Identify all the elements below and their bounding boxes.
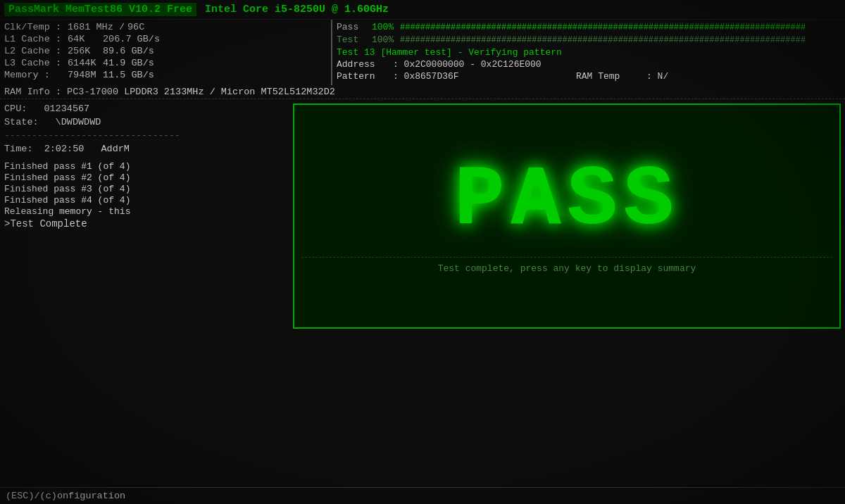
cpu-label: CPU:: [4, 103, 27, 114]
memory-row: Memory : 7948M 11.5 GB/s: [4, 70, 327, 80]
info-section: Clk/Temp : 1681 MHz / 96C L1 Cache : 64K…: [0, 20, 845, 85]
log-pass1: Finished pass #1 (of 4): [4, 161, 286, 172]
pass-panel: PASS Test complete, press any key to dis…: [293, 103, 841, 329]
l1-row: L1 Cache : 64K 206.7 GB/s: [4, 34, 327, 44]
ram-info-row: RAM Info : PC3-17000 LPDDR3 2133MHz / Mi…: [0, 85, 845, 99]
pattern-label: Pattern: [337, 71, 393, 82]
header-bar: PassMark MemTest86 V10.2 Free Intel Core…: [0, 0, 845, 20]
pass-bar: ########################################…: [400, 23, 806, 32]
test-label: Test: [337, 34, 372, 45]
log-pass4: Finished pass #4 (of 4): [4, 195, 286, 206]
pass-label: Pass: [337, 22, 372, 32]
address-label: Address: [337, 59, 393, 70]
time-value: 2:02:50: [44, 144, 84, 154]
address-value: : 0x2C0000000 - 0x2C126E000: [393, 59, 542, 70]
l3-value: 6144K: [68, 58, 103, 68]
memory-speed: 11.5 GB/s: [103, 70, 154, 80]
cpu-info: Intel Core i5-8250U @ 1.60GHz: [196, 3, 397, 16]
pattern-row: Pattern : 0x8657D36F RAM Temp : N/: [337, 71, 841, 82]
footer-text: (ESC)/(c)onfiguration: [6, 491, 125, 501]
l2-value: 256K: [68, 46, 103, 56]
info-right: Pass 100% ##############################…: [331, 20, 845, 85]
test-line: Test 13 [Hammer test] - Verifying patter…: [337, 47, 562, 58]
l2-speed: 89.6 GB/s: [103, 46, 154, 56]
memory-label: Memory :: [4, 70, 68, 80]
clk-label: Clk/Temp :: [4, 22, 68, 32]
pass-progress-row: Pass 100% ##############################…: [337, 22, 841, 32]
time-addr: AddrM: [101, 144, 130, 154]
test-pct: 100%: [372, 34, 400, 45]
log-pass3: Finished pass #3 (of 4): [4, 184, 286, 194]
state-row: State: \DWDWDWD: [4, 117, 286, 127]
dashes: --------------------------------: [4, 130, 286, 141]
clk-value: 1681 MHz /: [68, 22, 125, 32]
left-panel: CPU: 01234567 State: \DWDWDWD ----------…: [4, 103, 286, 329]
l2-row: L2 Cache : 256K 89.6 GB/s: [4, 46, 327, 56]
info-left: Clk/Temp : 1681 MHz / 96C L1 Cache : 64K…: [0, 20, 331, 85]
pass-pct: 100%: [372, 22, 400, 32]
l1-speed: 206.7 GB/s: [103, 34, 160, 44]
time-row: Time: 2:02:50 AddrM: [4, 144, 286, 154]
l3-label: L3 Cache :: [4, 58, 68, 68]
l2-label: L2 Cache :: [4, 46, 68, 56]
clk-row: Clk/Temp : 1681 MHz / 96C: [4, 22, 327, 32]
ram-temp-value: : N/: [646, 71, 668, 82]
l1-label: L1 Cache :: [4, 34, 68, 44]
log-releasing: Releasing memory - this: [4, 206, 286, 217]
l1-value: 64K: [68, 34, 103, 44]
ram-info-text: RAM Info : PC3-17000 LPDDR3 2133MHz / Mi…: [4, 87, 335, 97]
log-complete: >Test Complete: [4, 218, 286, 229]
cpu-value: 01234567: [44, 103, 89, 114]
time-label: Time:: [4, 144, 33, 154]
test-bar: ########################################…: [400, 35, 806, 45]
cpu-state-row: CPU: 01234567: [4, 103, 286, 114]
main-content: CPU: 01234567 State: \DWDWDWD ----------…: [0, 99, 845, 333]
pattern-value: : 0x8657D36F: [393, 71, 534, 82]
l3-row: L3 Cache : 6144K 41.9 GB/s: [4, 58, 327, 68]
pass-footer: Test complete, press any key to display …: [438, 263, 696, 274]
app-title: PassMark MemTest86 V10.2 Free: [4, 3, 196, 16]
screen: PassMark MemTest86 V10.2 Free Intel Core…: [0, 0, 845, 504]
log-pass2: Finished pass #2 (of 4): [4, 172, 286, 183]
l3-speed: 41.9 GB/s: [103, 58, 154, 68]
state-label: State:: [4, 117, 39, 127]
ram-temp-label: RAM Temp: [576, 71, 646, 82]
pass-divider: [301, 257, 832, 258]
test-detail-line: Test 13 [Hammer test] - Verifying patter…: [337, 47, 841, 58]
state-value: \DWDWDWD: [56, 117, 101, 127]
clk-temp: 96C: [127, 22, 144, 32]
pass-text: PASS: [454, 158, 680, 243]
memory-value: 7948M: [68, 70, 103, 80]
test-progress-row: Test 100% ##############################…: [337, 34, 841, 45]
address-row: Address : 0x2C0000000 - 0x2C126E000: [337, 59, 841, 70]
bottom-bar: (ESC)/(c)onfiguration: [0, 487, 845, 504]
